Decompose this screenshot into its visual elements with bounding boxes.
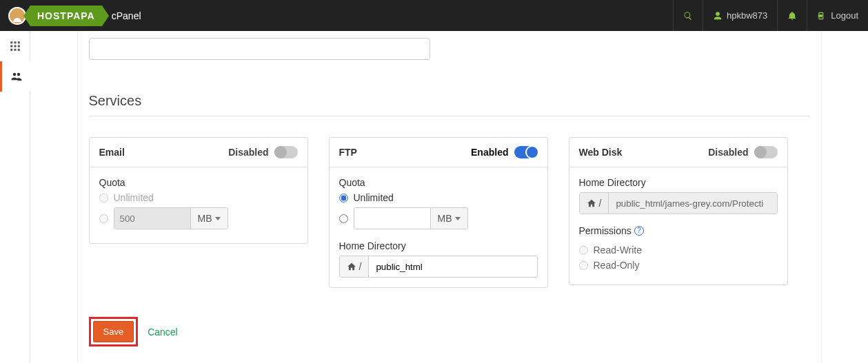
permissions-text: Permissions: [579, 225, 632, 236]
webdisk-perm-ro-row: Read-Only: [579, 260, 778, 271]
webdisk-state: Disabled: [708, 146, 777, 158]
webdisk-state-label: Disabled: [708, 147, 748, 158]
info-icon[interactable]: ?: [634, 226, 644, 236]
webdisk-card-title: Web Disk: [579, 147, 623, 158]
caret-down-icon: [215, 217, 221, 220]
app-title: cPanel: [112, 10, 141, 21]
home-icon: [347, 262, 356, 271]
ftp-quota-unlimited-radio[interactable]: [339, 194, 348, 203]
email-quota-input-group: MB: [114, 207, 228, 229]
service-cards: Email Disabled Quota Unlimited: [89, 137, 810, 288]
ftp-quota-unlimited-label: Unlimited: [354, 192, 394, 203]
toggle-knob: [274, 146, 287, 158]
logout-button[interactable]: Logout: [807, 0, 868, 31]
email-card-header: Email Disabled: [90, 138, 307, 167]
caret-down-icon: [455, 217, 461, 220]
webdisk-card-header: Web Disk Disabled: [569, 138, 787, 167]
ftp-quota-input[interactable]: [354, 208, 430, 229]
ftp-quota-value-row: MB: [339, 207, 538, 229]
content-area: Services Email Disabled Quota Unlimited: [30, 31, 868, 363]
form-actions: Save Cancel: [89, 317, 810, 346]
webdisk-homedir-input-group: /: [579, 192, 778, 214]
ftp-homedir-input[interactable]: [369, 256, 536, 277]
ftp-quota-input-group: MB: [354, 207, 468, 229]
section-title: Services: [89, 93, 810, 109]
email-quota-unit-dropdown[interactable]: MB: [190, 208, 228, 229]
email-card-title: Email: [99, 147, 125, 158]
email-card-body: Quota Unlimited MB: [90, 167, 307, 243]
logout-label: Logout: [831, 10, 858, 21]
save-button[interactable]: Save: [93, 321, 134, 342]
email-quota-unlimited-radio[interactable]: [99, 194, 108, 203]
top-bar: HOSTPAPA cPanel hpkbw873 Logout: [0, 0, 868, 31]
ftp-state: Enabled: [471, 146, 537, 158]
toggle-knob: [754, 146, 767, 158]
webdisk-homedir-input[interactable]: [609, 193, 776, 214]
email-quota-unlimited-row: Unlimited: [99, 192, 298, 203]
webdisk-card-body: Home Directory / Permissions ?: [569, 167, 787, 284]
email-state-label: Disabled: [228, 147, 268, 158]
grid-icon: [9, 40, 21, 52]
email-quota-value-row: MB: [99, 207, 298, 229]
ftp-homedir-heading: Home Directory: [339, 240, 538, 251]
nav-users[interactable]: [0, 61, 30, 92]
email-quota-unit-label: MB: [198, 213, 212, 224]
webdisk-perm-ro-radio[interactable]: [579, 261, 588, 270]
ftp-homedir-input-group: /: [339, 256, 538, 278]
search-button[interactable]: [673, 0, 703, 31]
webdisk-perm-rw-radio[interactable]: [579, 246, 588, 255]
webdisk-homedir-prefix: /: [580, 193, 609, 214]
search-icon: [683, 11, 693, 21]
ftp-quota-heading: Quota: [339, 177, 538, 188]
webdisk-toggle[interactable]: [754, 146, 778, 158]
path-slash: /: [599, 198, 602, 209]
ftp-quota-unit-dropdown[interactable]: MB: [430, 208, 467, 229]
webdisk-card: Web Disk Disabled Home Directory /: [569, 137, 788, 285]
ftp-toggle[interactable]: [514, 146, 538, 158]
webdisk-permissions-heading: Permissions ?: [579, 225, 644, 236]
bell-icon: [787, 11, 797, 21]
user-icon: [713, 11, 723, 21]
email-state: Disabled: [228, 146, 297, 158]
logout-icon: [817, 11, 827, 21]
save-highlight: Save: [89, 317, 139, 346]
top-input-row: [89, 31, 810, 60]
ftp-card-header: FTP Enabled: [330, 138, 547, 167]
user-menu[interactable]: hpkbw873: [703, 0, 777, 31]
path-slash: /: [359, 261, 362, 272]
webdisk-perm-ro-label: Read-Only: [594, 260, 640, 271]
ftp-homedir-prefix: /: [340, 256, 370, 277]
security-info-input[interactable]: [89, 38, 430, 60]
email-quota-value-radio[interactable]: [99, 214, 108, 223]
ftp-card-title: FTP: [339, 147, 357, 158]
email-card: Email Disabled Quota Unlimited: [89, 137, 308, 244]
ftp-card-body: Quota Unlimited MB: [330, 167, 547, 287]
ftp-card: FTP Enabled Quota Unlimited: [329, 137, 548, 288]
divider: [89, 116, 810, 116]
notifications-button[interactable]: [777, 0, 807, 31]
home-icon: [587, 198, 596, 208]
username-label: hpkbw873: [727, 10, 767, 21]
ftp-state-label: Enabled: [471, 147, 508, 158]
ftp-quota-unit-label: MB: [438, 213, 452, 224]
brand[interactable]: HOSTPAPA cPanel: [0, 0, 150, 31]
email-quota-input[interactable]: [114, 208, 190, 229]
email-quota-heading: Quota: [99, 177, 298, 188]
webdisk-homedir-heading: Home Directory: [579, 177, 778, 188]
cancel-button[interactable]: Cancel: [148, 326, 178, 338]
webdisk-perm-rw-row: Read-Write: [579, 245, 778, 256]
left-nav: [0, 31, 30, 363]
ftp-quota-unlimited-row: Unlimited: [339, 192, 538, 203]
users-icon: [10, 70, 23, 83]
ftp-quota-value-radio[interactable]: [339, 214, 348, 223]
email-toggle[interactable]: [274, 146, 298, 158]
brand-text: HOSTPAPA: [37, 10, 95, 21]
webdisk-perm-rw-label: Read-Write: [594, 245, 643, 256]
brand-badge: HOSTPAPA: [30, 6, 102, 26]
toggle-knob: [525, 145, 539, 159]
email-quota-unlimited-label: Unlimited: [114, 192, 154, 203]
nav-apps[interactable]: [0, 31, 30, 61]
content-inner: Services Email Disabled Quota Unlimited: [77, 31, 822, 363]
